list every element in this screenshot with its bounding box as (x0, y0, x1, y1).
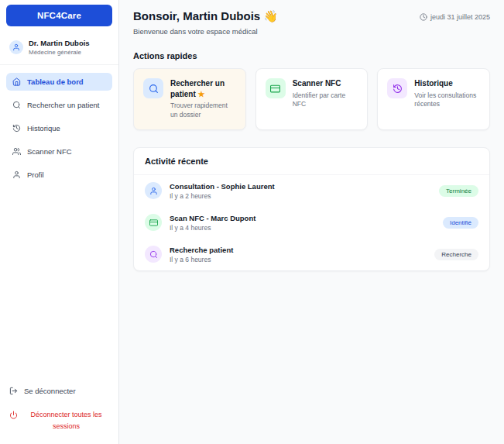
activity-item-consultation[interactable]: Consultation - Sophie Laurent Il y a 2 h… (134, 175, 489, 207)
sidebar-item-dashboard[interactable]: Tableau de bord (6, 73, 112, 91)
activity-item-scan-nfc[interactable]: Scan NFC - Marc Dupont Il y a 4 heures I… (134, 207, 489, 239)
page-subtitle: Bienvenue dans votre espace médical (133, 27, 278, 36)
quick-action-scanner-nfc[interactable]: Scanner NFC Identifier par carte NFC (255, 68, 369, 130)
recent-activity-title: Activité récente (134, 148, 489, 175)
card-title: Rechercher un patient ★ (170, 78, 236, 99)
nav-label: Rechercher un patient (27, 101, 99, 109)
search-icon (143, 78, 163, 98)
activity-time: Il y a 6 heures (170, 256, 233, 263)
user-avatar-icon (9, 40, 23, 54)
activity-time: Il y a 4 heures (170, 224, 255, 232)
card-subtitle: Identifier par carte NFC (293, 91, 358, 110)
nav-label: Tableau de bord (27, 77, 84, 86)
nav-label: Historique (27, 124, 60, 133)
users-icon (12, 147, 21, 156)
card-subtitle: Trouver rapidement un dossier (170, 102, 236, 120)
clock-icon (420, 13, 427, 21)
nav-label: Scanner NFC (27, 147, 72, 156)
sidebar-item-profile[interactable]: Profil (6, 166, 112, 184)
quick-action-history[interactable]: Historique Voir les consultations récent… (377, 68, 490, 130)
card-title: Historique (414, 78, 480, 89)
activity-item-search[interactable]: Recherche patient Il y a 6 heures Recher… (134, 239, 489, 270)
sidebar-nav: Tableau de bord Rechercher un patient Hi… (0, 65, 118, 191)
user-role: Médecine générale (29, 49, 90, 56)
user-name: Dr. Martin Dubois (29, 39, 90, 47)
quick-actions-grid: Rechercher un patient ★ Trouver rapideme… (133, 68, 490, 130)
nfc-card-icon (266, 78, 286, 98)
user-icon (12, 170, 21, 179)
main-content: Bonsoir, Martin Dubois 👋 Bienvenue dans … (119, 0, 504, 444)
card-title: Scanner NFC (293, 78, 358, 89)
activity-title: Consultation - Sophie Laurent (170, 182, 275, 191)
logout-icon (9, 387, 18, 395)
logout-all-label: Déconnecter toutes les sessions (23, 409, 109, 432)
status-badge: Identifié (443, 217, 478, 229)
recent-activity-panel: Activité récente Consultation - Sophie L… (133, 147, 490, 271)
search-icon (12, 101, 21, 109)
app-window: NFC4Care Dr. Martin Dubois Médecine géné… (0, 0, 504, 444)
logout-label: Se déconnecter (24, 387, 76, 395)
sidebar-item-search-patient[interactable]: Rechercher un patient (6, 96, 112, 114)
activity-time: Il y a 2 heures (170, 192, 275, 200)
quick-actions-title: Actions rapides (133, 51, 490, 60)
card-subtitle: Voir les consultations récentes (414, 91, 480, 110)
nfc-card-icon (145, 214, 162, 231)
home-icon (12, 77, 21, 86)
page-title: Bonsoir, Martin Dubois 👋 (133, 9, 278, 23)
activity-title: Recherche patient (170, 246, 233, 254)
sidebar-item-history[interactable]: Historique (6, 119, 112, 137)
logout-all-sessions-button[interactable]: Déconnecter toutes les sessions (9, 409, 109, 432)
date-display: jeudi 31 juillet 2025 (420, 13, 490, 21)
sidebar-user-card: Dr. Martin Dubois Médecine générale (0, 33, 118, 65)
sidebar: NFC4Care Dr. Martin Dubois Médecine géné… (0, 0, 119, 444)
main-header: Bonsoir, Martin Dubois 👋 Bienvenue dans … (133, 9, 490, 36)
status-badge: Recherche (434, 249, 478, 260)
user-icon (145, 182, 162, 199)
sidebar-bottom: Se déconnecter Déconnecter toutes les se… (0, 374, 118, 444)
date-text: jeudi 31 juillet 2025 (430, 13, 490, 21)
brand-logo: NFC4Care (6, 5, 112, 26)
power-icon (9, 409, 18, 419)
star-icon: ★ (198, 90, 205, 98)
logout-button[interactable]: Se déconnecter (9, 382, 109, 400)
activity-title: Scan NFC - Marc Dupont (170, 214, 255, 222)
sidebar-spacer (0, 191, 118, 374)
search-icon (145, 246, 162, 263)
history-icon (387, 78, 407, 98)
status-badge: Terminée (439, 185, 478, 197)
history-icon (12, 124, 21, 133)
sidebar-item-scanner-nfc[interactable]: Scanner NFC (6, 143, 112, 160)
nav-label: Profil (27, 170, 44, 179)
quick-action-search-patient[interactable]: Rechercher un patient ★ Trouver rapideme… (133, 68, 246, 130)
wave-emoji: 👋 (263, 9, 278, 22)
